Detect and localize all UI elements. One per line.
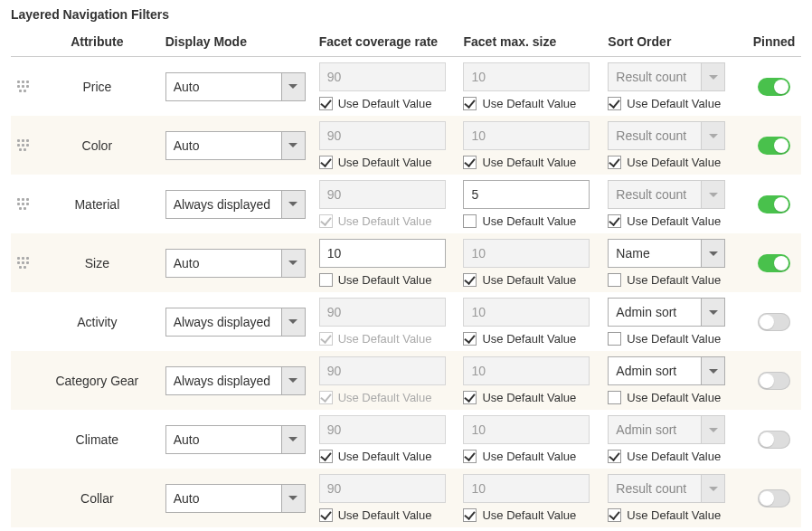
pinned-toggle[interactable] [758,372,790,390]
maxsize-use-default-checkbox[interactable] [463,332,477,346]
chevron-down-icon[interactable] [281,191,305,218]
display-mode-select[interactable]: Auto [165,425,306,454]
chevron-down-icon[interactable] [281,485,305,512]
coverage-use-default-checkbox[interactable] [319,508,333,522]
maxsize-input [463,121,590,150]
chevron-down-icon[interactable] [281,73,305,100]
coverage-use-default-checkbox [319,391,333,404]
maxsize-use-default-checkbox[interactable] [463,214,477,228]
drag-handle-icon[interactable] [16,137,29,155]
use-default-label: Use Default Value [338,97,432,110]
chevron-down-icon[interactable] [701,299,724,326]
pinned-toggle[interactable] [758,489,790,507]
pinned-toggle[interactable] [758,78,790,96]
chevron-down-icon[interactable] [701,357,724,384]
use-default-label: Use Default Value [627,156,721,169]
attribute-label: Collar [34,469,160,527]
chevron-down-icon[interactable] [281,426,305,453]
maxsize-use-default-checkbox[interactable] [463,273,477,287]
drag-handle-icon[interactable] [16,195,29,213]
coverage-input [319,121,446,150]
use-default-label: Use Default Value [482,508,576,522]
chevron-down-icon[interactable] [281,308,305,336]
pinned-toggle[interactable] [758,195,790,213]
sort-order-value: Admin sort [609,299,701,326]
filters-table: Attribute Display Mode Facet coverage ra… [11,27,801,527]
coverage-use-default-checkbox[interactable] [319,273,333,287]
maxsize-use-default-checkbox[interactable] [463,97,477,110]
pinned-toggle[interactable] [758,254,790,272]
sort-order-value: Result count [609,63,701,90]
drag-handle-icon[interactable] [16,254,29,272]
pinned-toggle[interactable] [758,313,790,331]
coverage-use-default-checkbox[interactable] [319,97,333,110]
sort-order-select[interactable]: Name [608,239,725,268]
sort-order-select: Result count [608,474,725,503]
chevron-down-icon [701,416,724,443]
maxsize-input [463,474,590,503]
display-mode-select[interactable]: Auto [165,484,306,513]
sort-order-select: Result count [608,121,725,150]
header-display-mode: Display Mode [160,27,314,57]
sort-order-select: Result count [608,62,725,91]
table-row: ActivityAlways displayedUse Default Valu… [11,292,801,351]
display-mode-select[interactable]: Auto [165,249,306,278]
table-row: SizeAutoUse Default ValueUse Default Val… [11,233,801,292]
use-default-label: Use Default Value [338,156,432,169]
sort-order-select: Admin sort [608,415,725,444]
display-mode-select[interactable]: Always displayed [165,366,306,395]
chevron-down-icon[interactable] [281,250,305,277]
coverage-input [319,298,446,327]
coverage-use-default-checkbox[interactable] [319,450,333,463]
header-coverage: Facet coverage rate [314,27,458,57]
pinned-toggle[interactable] [758,431,790,449]
sort-use-default-checkbox[interactable] [608,391,621,404]
table-row: PriceAutoUse Default ValueUse Default Va… [11,57,801,117]
maxsize-input [463,298,590,327]
chevron-down-icon[interactable] [281,132,305,159]
display-mode-select[interactable]: Auto [165,131,306,160]
maxsize-input[interactable] [463,180,590,209]
sort-use-default-checkbox[interactable] [608,508,621,522]
drag-handle-icon[interactable] [16,78,29,96]
sort-use-default-checkbox[interactable] [608,450,621,463]
sort-order-select: Result count [608,180,725,209]
header-attribute: Attribute [34,27,160,57]
display-mode-select[interactable]: Auto [165,72,306,101]
sort-use-default-checkbox[interactable] [608,214,621,228]
display-mode-value: Always displayed [166,367,281,394]
maxsize-use-default-checkbox[interactable] [463,156,477,169]
sort-use-default-checkbox[interactable] [608,273,621,287]
coverage-input[interactable] [319,239,446,268]
header-sort-order: Sort Order [602,27,747,57]
chevron-down-icon[interactable] [701,240,724,267]
display-mode-value: Always displayed [166,308,281,336]
display-mode-value: Auto [166,73,281,100]
display-mode-value: Auto [166,132,281,159]
sort-order-select[interactable]: Admin sort [608,298,725,327]
coverage-use-default-checkbox[interactable] [319,156,333,169]
table-row: ClimateAutoUse Default ValueUse Default … [11,410,801,469]
use-default-label: Use Default Value [338,391,432,404]
display-mode-select[interactable]: Always displayed [165,308,306,337]
sort-use-default-checkbox[interactable] [608,332,621,346]
table-row: MaterialAlways displayedUse Default Valu… [11,175,801,233]
use-default-label: Use Default Value [627,97,721,110]
maxsize-use-default-checkbox[interactable] [463,508,477,522]
sort-use-default-checkbox[interactable] [608,156,621,169]
sort-use-default-checkbox[interactable] [608,97,621,110]
coverage-use-default-checkbox [319,332,333,346]
display-mode-select[interactable]: Always displayed [165,190,306,219]
coverage-input [319,180,446,209]
attribute-label: Color [34,116,160,175]
use-default-label: Use Default Value [627,214,721,228]
coverage-input [319,62,446,91]
table-row: CollarAutoUse Default ValueUse Default V… [11,469,801,527]
pinned-toggle[interactable] [758,137,790,155]
sort-order-select[interactable]: Admin sort [608,356,725,385]
maxsize-use-default-checkbox[interactable] [463,450,477,463]
maxsize-use-default-checkbox[interactable] [463,391,477,404]
maxsize-input [463,239,590,268]
chevron-down-icon[interactable] [281,367,305,394]
table-row: ColorAutoUse Default ValueUse Default Va… [11,116,801,175]
